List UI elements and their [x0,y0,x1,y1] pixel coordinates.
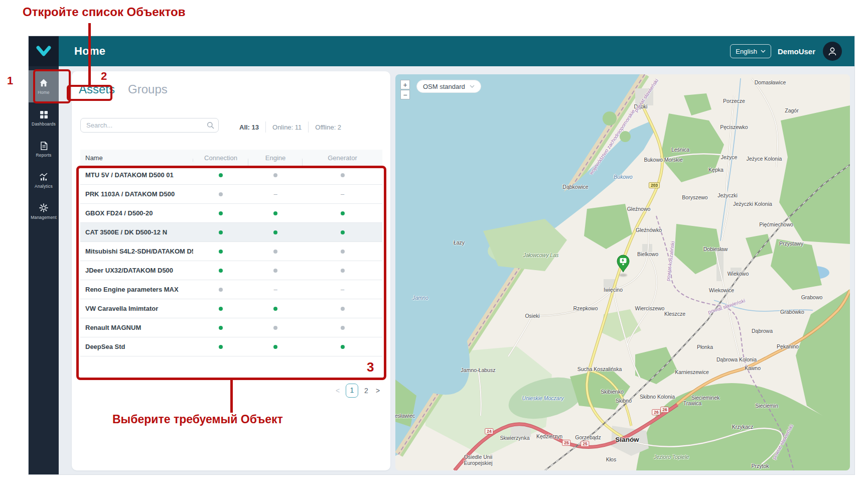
zoom-out-button[interactable]: − [400,90,410,99]
status-cell [193,324,248,331]
sidebar-item-label: Analytics [35,184,53,189]
asset-name: VW Caravella Imimtator [80,305,193,312]
table-row[interactable]: DeepSea Std [80,337,382,356]
map-label: Kłos [606,456,616,462]
pagination-next[interactable]: > [374,387,381,395]
sidebar-item-label: Reports [36,153,51,158]
dashboards-icon [39,110,49,119]
status-cell [248,267,303,274]
table-row[interactable]: MTU 5V / DATAKOM D500 01 [80,166,382,185]
status-dot-offline [341,250,345,254]
status-cell [303,267,382,274]
zoom-in-button[interactable]: + [400,80,410,89]
status-dot-online [219,269,223,273]
map-layer-selector[interactable]: OSM standard [416,80,481,93]
annotation-step-1: 1 [7,74,13,87]
table-row[interactable]: CAT 3500E / DK D500-12 N [80,223,382,242]
status-cell [193,267,248,274]
status-cell [303,171,382,179]
reports-icon [39,141,49,151]
filter-all[interactable]: All: 13 [239,124,259,131]
status-dot-online [341,345,345,349]
search-icon [207,121,214,129]
sidebar-item-reports[interactable]: Reports [29,134,59,165]
sidebar-item-analytics[interactable]: Analytics [29,165,59,196]
analytics-icon [39,172,49,182]
asset-map-marker[interactable] [616,255,630,275]
sidebar-item-label: Dashboards [32,121,56,127]
app-window: Home English DemoUser HomeDashboardsRepo… [29,36,854,474]
search-container [80,118,219,133]
map-label: Dobiesław [703,246,728,252]
column-header-engine[interactable]: Engine [248,154,303,162]
status-cell [303,209,382,217]
pagination-page-1[interactable]: 1 [346,384,358,398]
map-label: Pękanino [777,343,799,349]
pagination-page-2[interactable]: 2 [363,387,370,395]
status-cell [193,305,248,312]
column-header-name[interactable]: Name [80,154,193,162]
tab-assets[interactable]: Assets [79,82,115,96]
status-dot-offline [219,288,223,292]
column-header-generator[interactable]: Generator [303,154,382,162]
map-label: Grabówko [780,309,804,315]
sidebar-item-dashboards[interactable]: Dashboards [29,102,59,134]
sidebar-item-management[interactable]: Management [29,196,59,227]
status-dash: – [273,190,277,198]
asset-name: GBOX FD24 / D500-20 [80,209,193,217]
search-input[interactable] [80,118,219,133]
tab-groups[interactable]: Groups [128,82,168,96]
map-label: Jamno [412,295,428,301]
status-cell [193,286,248,293]
status-cell: – [248,190,303,198]
pagination-prev[interactable]: < [334,387,341,395]
map-label: Wiekowice [709,287,734,293]
filter-online[interactable]: Online: 11 [272,124,302,131]
map-label: Sianów [615,436,639,443]
map-label: Karnieszewice [675,369,709,375]
map-label: iesławiec [395,413,415,419]
status-dot-online [341,230,345,234]
annotation-select-object: Выберите требуемый Объект [112,413,283,426]
user-icon [827,46,838,57]
map-label: Kędzierzyn [536,433,562,439]
map-label: Unieskie Moczary [522,395,564,401]
status-cell [248,324,303,331]
status-dot-offline [341,326,345,330]
map-label: Iwięcino [604,287,623,293]
table-row[interactable]: VW Caravella Imimtator [80,299,382,318]
sidebar: HomeDashboardsReportsAnalyticsManagement [29,66,59,474]
avatar[interactable] [823,42,842,61]
chevron-down-icon [761,50,766,53]
map-label: Dąbrowa Kolonia [716,356,757,362]
table-row[interactable]: JDeer UX32/DATAKOM D500 [80,261,382,280]
chevron-down-icon [470,85,475,88]
table-row[interactable]: GBOX FD24 / D500-20 [80,204,382,223]
table-row[interactable]: Mitsubishi S4L2-SDH/DATAKOM D5... [80,242,382,261]
map-label: Jamno-Łabusz [461,367,496,373]
map[interactable]: DomasławicePorzeczeZagórDąbkiPęciszewkoL… [395,74,850,470]
status-cell [193,171,248,179]
sidebar-item-home[interactable]: Home [29,70,59,102]
status-cell [193,343,248,350]
column-header-connection[interactable]: Connection [193,154,248,162]
home-icon [39,78,49,88]
table-row[interactable]: PRK 1103A / DATAKOM D500–– [80,185,382,204]
app-logo[interactable] [29,36,59,66]
status-dash: – [273,286,277,293]
table-row[interactable]: Reno Engine parameters MAX–– [80,280,382,299]
status-cell [303,343,382,350]
map-label: Kleszcze [664,311,685,317]
status-cell [248,171,303,179]
filter-offline[interactable]: Offline: 2 [315,124,341,131]
status-dash: – [341,286,344,293]
status-filters: All: 13Online: 11Offline: 2 [239,121,341,133]
map-label: Boryszewo [682,194,707,200]
status-dot-offline [341,173,345,177]
table-row[interactable]: Renault MAGNUM [80,318,382,337]
status-cell [193,248,248,255]
language-selector[interactable]: English [730,44,771,58]
map-label: Skibienko [601,389,624,395]
status-dot-offline [273,326,277,330]
annotation-line-bottom [230,379,233,413]
